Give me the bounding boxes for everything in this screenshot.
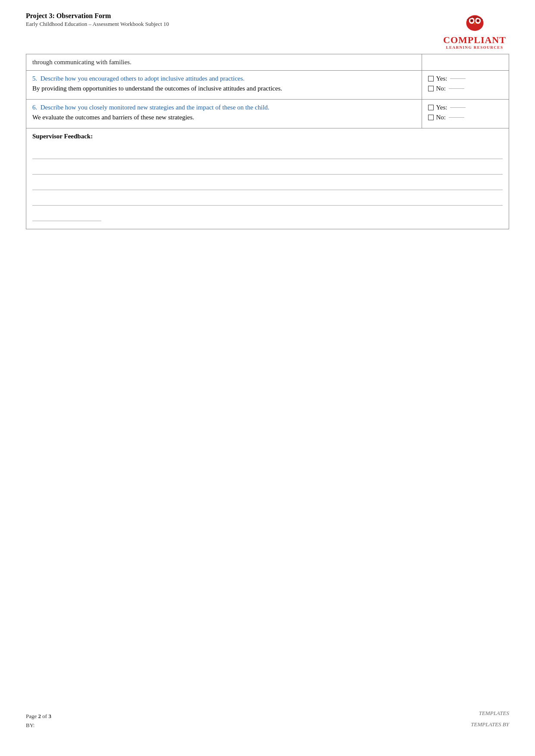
- continuation-row: through communicating with families.: [26, 54, 509, 71]
- supervisor-row: Supervisor Feedback:: [26, 128, 509, 229]
- feedback-line-1: [32, 145, 503, 159]
- q6-no-checkbox[interactable]: [428, 115, 434, 120]
- q6-question-text: Describe how you closely monitored new s…: [41, 104, 269, 111]
- q5-yes-label: Yes:: [436, 75, 447, 82]
- page-subtitle: Early Childhood Education – Assessment W…: [26, 21, 169, 28]
- svg-point-5: [471, 20, 472, 22]
- footer-right: TEMPLATES TEMPLATES BY: [471, 708, 509, 730]
- q6-yes-checkbox[interactable]: [428, 105, 434, 110]
- q5-question-text: Describe how you encouraged others to ad…: [41, 75, 245, 82]
- feedback-line-3: [32, 176, 503, 190]
- q6-no-line: [449, 117, 464, 118]
- page-total: 3: [48, 713, 51, 719]
- logo-area: COMPLIANT LEARNING RESOURCES: [440, 12, 509, 50]
- page-header: Project 3: Observation Form Early Childh…: [0, 0, 535, 54]
- logo-brand: COMPLIANT: [443, 35, 506, 45]
- q5-no-row: No:: [428, 85, 503, 92]
- feedback-line-4: [32, 192, 503, 206]
- q6-no-label: No:: [436, 114, 446, 121]
- q5-yes-checkbox[interactable]: [428, 76, 434, 81]
- q5-cell: 5. Describe how you encouraged others to…: [26, 71, 422, 100]
- page-label: Page: [26, 713, 37, 719]
- supervisor-heading: Supervisor Feedback:: [32, 133, 503, 140]
- page-num: 2: [38, 713, 41, 719]
- main-content: through communicating with families. 5. …: [0, 54, 535, 229]
- q6-yes-label: Yes:: [436, 104, 447, 111]
- q5-yes-line: [450, 78, 466, 79]
- q6-no-row: No:: [428, 114, 503, 121]
- page-title: Project 3: Observation Form: [26, 12, 169, 20]
- supervisor-cell: Supervisor Feedback:: [26, 128, 509, 229]
- q6-row: 6. Describe how you closely monitored ne…: [26, 100, 509, 128]
- svg-point-6: [477, 20, 479, 22]
- continuation-text: through communicating with families.: [32, 59, 131, 66]
- q6-question: 6. Describe how you closely monitored ne…: [32, 104, 416, 111]
- q6-answer-cell: Yes: No:: [422, 100, 509, 128]
- templates-by: TEMPLATES BY: [471, 719, 509, 730]
- feedback-line-2: [32, 161, 503, 175]
- q5-num: 5.: [32, 75, 39, 82]
- q5-no-line: [449, 88, 464, 89]
- feedback-lines: [32, 140, 503, 225]
- page-footer: Page 2 of 3 BY: TEMPLATES TEMPLATES BY: [26, 708, 509, 730]
- q5-question: 5. Describe how you encouraged others to…: [32, 75, 416, 82]
- by-label: BY:: [26, 721, 51, 730]
- continuation-answer-cell: [422, 54, 509, 71]
- q6-num: 6.: [32, 104, 39, 111]
- footer-left: Page 2 of 3 BY:: [26, 712, 51, 730]
- continuation-cell: through communicating with families.: [26, 54, 422, 71]
- form-table: through communicating with families. 5. …: [26, 54, 509, 229]
- templates-right: TEMPLATES: [471, 708, 509, 719]
- feedback-line-5: [32, 207, 101, 221]
- q6-answer: We evaluate the outcomes and barriers of…: [32, 114, 416, 121]
- q5-answer-cell: Yes: No:: [422, 71, 509, 100]
- logo-sub: LEARNING RESOURCES: [446, 45, 504, 50]
- page-of: of: [42, 713, 47, 719]
- q5-answer: By providing them opportunities to under…: [32, 85, 416, 92]
- q5-row: 5. Describe how you encouraged others to…: [26, 71, 509, 100]
- q6-yes-row: Yes:: [428, 104, 503, 111]
- q5-yes-row: Yes:: [428, 75, 503, 82]
- header-text: Project 3: Observation Form Early Childh…: [26, 12, 169, 28]
- q6-yes-line: [450, 107, 466, 108]
- q6-cell: 6. Describe how you closely monitored ne…: [26, 100, 422, 128]
- page-number: Page 2 of 3: [26, 712, 51, 721]
- q5-no-label: No:: [436, 85, 446, 92]
- logo-icon: [463, 12, 487, 34]
- q5-no-checkbox[interactable]: [428, 86, 434, 91]
